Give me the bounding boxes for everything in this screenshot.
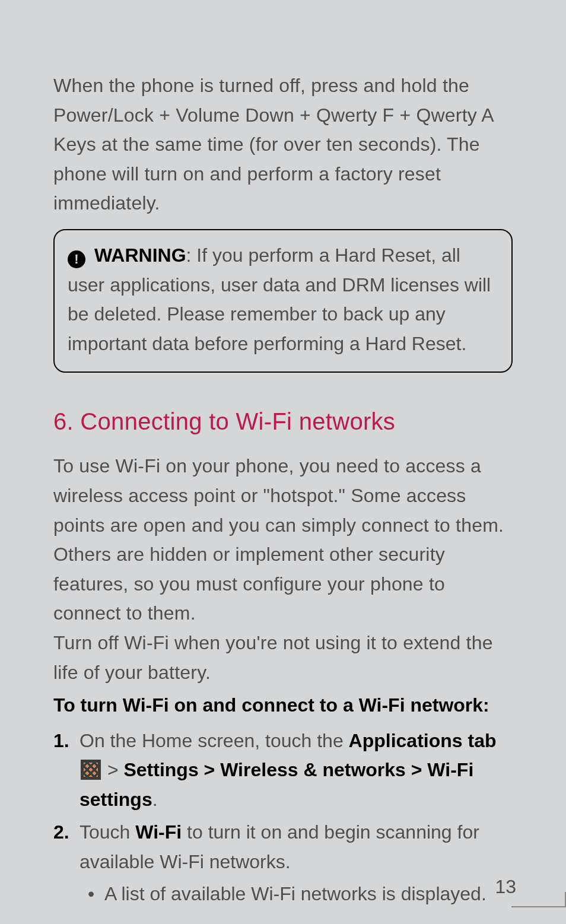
document-page: When the phone is turned off, press and … xyxy=(0,0,566,909)
step-number: 1. xyxy=(53,726,69,756)
step-2: 2. Touch Wi-Fi to turn it on and begin s… xyxy=(53,818,513,909)
step-number: 2. xyxy=(53,818,69,847)
applications-tab-icon xyxy=(81,760,101,780)
step-1-bold-2: Settings > Wireless & networks > Wi-Fi s… xyxy=(80,759,473,810)
warning-label: WARNING xyxy=(94,245,186,266)
step-1-text-pre: On the Home screen, touch the xyxy=(80,730,349,751)
section-paragraph-1: To use Wi-Fi on your phone, you need to … xyxy=(53,452,513,628)
step-1: 1. On the Home screen, touch the Applica… xyxy=(53,726,513,815)
step-2-sublist: A list of available Wi-Fi networks is di… xyxy=(80,879,513,909)
warning-text: ! WARNING: If you perform a Hard Reset, … xyxy=(68,241,498,358)
steps-list: 1. On the Home screen, touch the Applica… xyxy=(53,726,513,909)
section-paragraph-2: Turn off Wi-Fi when you're not using it … xyxy=(53,628,513,687)
warning-box: ! WARNING: If you perform a Hard Reset, … xyxy=(53,229,513,373)
step-2-bold-1: Wi-Fi xyxy=(135,821,182,843)
step-2-text-pre: Touch xyxy=(80,821,135,843)
step-1-bold-1: Applications tab xyxy=(349,730,497,751)
warning-icon: ! xyxy=(68,250,85,268)
page-number: 13 xyxy=(495,876,516,898)
step-2-bullet: A list of available Wi-Fi networks is di… xyxy=(80,879,513,909)
crop-mark xyxy=(511,906,566,916)
section-heading: 6. Connecting to Wi-Fi networks xyxy=(53,408,513,435)
intro-paragraph: When the phone is turned off, press and … xyxy=(53,71,513,218)
sub-heading: To turn Wi-Fi on and connect to a Wi-Fi … xyxy=(53,691,513,720)
